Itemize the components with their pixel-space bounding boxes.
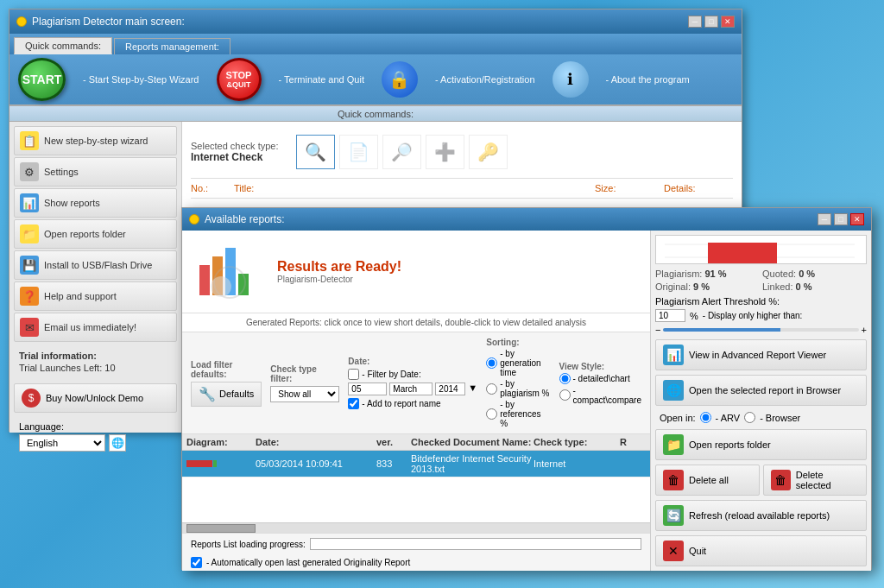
sidebar: 📋 New step-by-step wizard ⚙ Settings 📊 S… xyxy=(9,122,182,433)
check-type-filter-select[interactable]: Show all xyxy=(270,386,339,402)
open-in-row: Open in: - ARV - Browser xyxy=(655,410,867,425)
plagiarism-bar xyxy=(186,460,212,467)
activation-label: - Activation/Registration xyxy=(435,74,535,85)
terminate-label: - Terminate and Quit xyxy=(279,74,364,85)
delete-all-icon: 🗑 xyxy=(663,470,684,490)
original-stat: Original: 9 % xyxy=(655,281,760,292)
view-detailed-radio[interactable]: - detailed\chart xyxy=(559,373,641,384)
minimize-button[interactable]: ─ xyxy=(688,16,702,28)
svg-rect-11 xyxy=(708,243,777,264)
results-text: Results are Ready! Plagiarism-Detector xyxy=(277,259,401,284)
sidebar-item-settings[interactable]: ⚙ Settings xyxy=(14,157,177,187)
check-icons: 🔍 📄 🔎 ➕ 🔑 xyxy=(296,135,508,169)
filter-by-date-input[interactable] xyxy=(348,369,359,380)
date-year-input[interactable] xyxy=(435,383,465,395)
sort-plagiarism-input[interactable] xyxy=(486,383,497,395)
sidebar-item-reports[interactable]: 📊 Show reports xyxy=(14,188,177,218)
maximize-button[interactable]: □ xyxy=(704,16,718,28)
sort-plagiarism-radio[interactable]: - by plagiarism % xyxy=(486,379,550,398)
extra-check-icon[interactable]: 🔑 xyxy=(469,135,508,169)
table-empty-area xyxy=(182,477,650,522)
date-filter-group: Date: - Filter by Date: ▼ - Add to repor… xyxy=(348,357,477,409)
threshold-slider[interactable] xyxy=(663,328,858,332)
main-window-controls: ─ □ ✕ xyxy=(688,16,735,28)
results-description: Generated Reports: click once to view sh… xyxy=(182,313,650,332)
sidebar-item-email[interactable]: ✉ Email us immediately! xyxy=(14,313,177,342)
svg-rect-0 xyxy=(199,265,210,295)
wizard-icon: 📋 xyxy=(20,131,39,150)
svg-point-5 xyxy=(211,276,231,297)
date-day-input[interactable] xyxy=(348,383,387,395)
threshold-input[interactable] xyxy=(655,309,685,322)
about-icon[interactable]: ℹ xyxy=(552,61,589,98)
delete-all-button[interactable]: 🗑 Delete all xyxy=(655,465,760,496)
auto-open-checkbox[interactable] xyxy=(191,557,202,568)
globe-icon[interactable]: 🌐 xyxy=(109,434,126,452)
folder-action-icon: 📁 xyxy=(663,434,684,455)
add-to-report-checkbox[interactable]: - Add to report name xyxy=(348,398,477,409)
sidebar-item-usb[interactable]: 💾 Install to USB/Flash Drive xyxy=(14,250,177,280)
internet-check-icon[interactable]: 🔍 xyxy=(296,135,335,169)
reports-title-bar: Available reports: ─ □ ✕ xyxy=(182,208,871,231)
quit-button[interactable]: ✕ Quit xyxy=(655,535,867,566)
file-check-icon[interactable]: 📄 xyxy=(339,135,378,169)
plagiarism-stat: Plagiarism: 91 % xyxy=(655,269,760,279)
arv-icon: 📊 xyxy=(663,345,684,365)
sort-gen-time-radio[interactable]: - by generation time xyxy=(486,349,550,377)
filter-by-date-checkbox[interactable]: - Filter by Date: xyxy=(348,369,477,380)
window-dot[interactable] xyxy=(16,16,27,27)
buy-button[interactable]: $ Buy Now/Unlock Demo xyxy=(14,383,177,413)
buy-icon: $ xyxy=(22,389,41,408)
sort-references-radio[interactable]: - by references % xyxy=(486,400,550,428)
delete-selected-button[interactable]: 🗑 Delete selected xyxy=(763,465,868,496)
sidebar-item-help[interactable]: ❓ Help and support xyxy=(14,281,177,311)
browser-icon: 🌐 xyxy=(663,380,684,401)
sidebar-item-wizard[interactable]: 📋 New step-by-step wizard xyxy=(14,126,177,155)
view-arv-button[interactable]: 📊 View in Advanced Report Viewer xyxy=(655,339,867,370)
date-month-input[interactable] xyxy=(389,383,433,395)
tab-quick-commands[interactable]: Quick commands: xyxy=(14,37,112,54)
open-folder-button[interactable]: 📁 Open reports folder xyxy=(655,429,867,460)
auto-open-row: - Automatically open last generated Orig… xyxy=(182,554,650,571)
refresh-button[interactable]: 🔄 Refresh (reload available reports) xyxy=(655,500,867,531)
open-browser-radio[interactable] xyxy=(744,412,755,423)
stop-button[interactable]: STOP &QUIT xyxy=(217,58,262,101)
reports-close-button[interactable]: ✕ xyxy=(850,213,864,225)
add-to-report-input[interactable] xyxy=(348,398,359,409)
sidebar-item-open-folder[interactable]: 📁 Open reports folder xyxy=(14,219,177,249)
open-browser-button[interactable]: 🌐 Open the selected report in Browser xyxy=(655,375,867,406)
reports-right-panel: Plagiarism: 91 % Quoted: 0 % Original: 9… xyxy=(651,231,871,571)
view-compact-radio[interactable]: - compact\compare xyxy=(559,386,641,405)
main-window-title: Plagiarism Detector main screen: xyxy=(32,16,185,28)
slider-plus[interactable]: + xyxy=(862,325,867,335)
view-detailed-input[interactable] xyxy=(559,373,571,384)
slider-minus[interactable]: − xyxy=(655,325,660,335)
search-check-icon[interactable]: 🔎 xyxy=(382,135,421,169)
language-section: Language: English 🌐 xyxy=(14,416,177,457)
usb-icon: 💾 xyxy=(20,256,39,275)
sort-gen-time-input[interactable] xyxy=(486,357,497,369)
sort-references-input[interactable] xyxy=(486,408,497,420)
progress-bar-row: Reports List loading progress: xyxy=(182,533,650,554)
add-check-icon[interactable]: ➕ xyxy=(426,135,464,169)
close-button[interactable]: ✕ xyxy=(721,16,735,28)
results-chart-image xyxy=(195,239,264,300)
date-picker-icon[interactable]: ▼ xyxy=(468,383,477,395)
open-arv-radio[interactable] xyxy=(700,412,711,423)
check-type-row: Selected check type: Internet Check 🔍 📄 … xyxy=(191,130,733,179)
results-image xyxy=(195,239,264,304)
language-dropdown[interactable]: English xyxy=(19,434,105,452)
horizontal-scrollbar[interactable] xyxy=(182,522,650,533)
toolbar: START - Start Step-by-Step Wizard STOP &… xyxy=(9,54,742,106)
activation-icon[interactable]: 🔒 xyxy=(382,61,418,98)
start-button[interactable]: START xyxy=(18,58,66,101)
defaults-button[interactable]: 🔧 Defaults xyxy=(191,382,262,407)
scrollbar-thumb[interactable] xyxy=(186,524,256,533)
reports-maximize-button[interactable]: □ xyxy=(834,213,848,225)
reports-minimize-button[interactable]: ─ xyxy=(818,213,831,225)
table-row[interactable]: 05/03/2014 10:09:41 833 Bitdefender Inte… xyxy=(182,451,650,477)
tab-reports-management[interactable]: Reports management: xyxy=(114,38,230,54)
reports-window: Available reports: ─ □ ✕ xyxy=(181,207,872,570)
view-compact-input[interactable] xyxy=(559,389,571,401)
email-icon: ✉ xyxy=(20,318,39,337)
